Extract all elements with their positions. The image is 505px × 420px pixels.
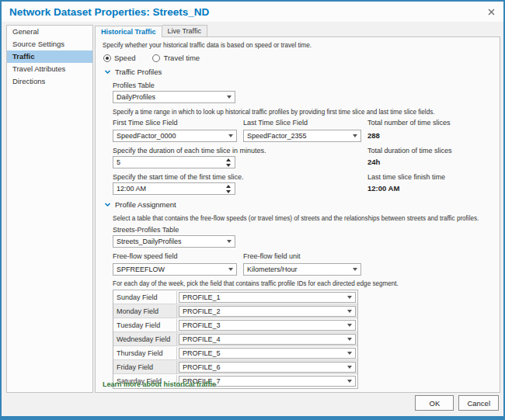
speed-radio-label: Speed [114,54,135,62]
last-time-slice-value: SpeedFactor_2355 [247,132,307,140]
dialog-footer: OK Cancel [2,393,503,416]
dropdown-arrow-icon [228,268,233,271]
streets-profiles-table-label: Streets-Profiles Table [113,226,495,234]
duration-label-row: Specify the duration of each time slice … [113,147,495,154]
spinner-down-icon[interactable] [226,190,231,193]
spinner-arrows [224,185,233,193]
freeflow-field-unit-dropdown[interactable]: Kilometers/Hour [243,263,361,276]
time-range-text-inner: Specify a time range in which to look up… [113,108,434,116]
streets-profiles-table-dropdown[interactable]: Streets_DailyProfiles [113,235,235,248]
close-button[interactable] [485,5,497,18]
sidebar-item-directions[interactable]: Directions [7,75,92,88]
first-time-slice-dropdown[interactable]: SpeedFactor_0000 [113,130,237,142]
tab-historical-traffic[interactable]: Historical Traffic [95,26,162,37]
chevron-down-icon [104,68,111,75]
first-time-slice-label: First Time Slice Field [113,119,237,127]
traffic-profiles-section-header[interactable]: Traffic Profiles [104,68,495,76]
dialog-title: Network Dataset Properties: Streets_ND [9,6,209,18]
thursday-field-label: Thursday Field [113,347,177,359]
freeflow-controls-row: SPFREEFLOW Kilometers/Hour [113,263,495,276]
profiles-table-value: DailyProfiles [117,93,155,101]
spinner-up-icon[interactable] [226,158,231,161]
monday-field-dropdown[interactable]: PROFILE_2 [179,306,356,317]
dialog-body: General Source Settings Traffic Travel A… [2,22,503,393]
slice-field-controls-row: SpeedFactor_0000 SpeedFactor_2355 288 [113,130,495,142]
table-row: Friday Field PROFILE_6 [113,360,357,374]
spinner-arrows [224,158,233,167]
start-time-text: Specify the start time of the first time… [113,173,361,181]
dropdown-arrow-icon [227,240,232,243]
travel-time-radio-label: Travel time [163,54,200,62]
radio-unselected-icon [152,54,160,62]
wednesday-field-label: Wednesday Field [113,333,177,345]
first-time-slice-value: SpeedFactor_0000 [117,132,176,140]
duration-spinner[interactable]: 5 [113,156,235,168]
freeflow-field-unit-value: Kilometers/Hour [247,266,298,273]
finish-time-value: 12:00 AM [367,182,495,195]
freeflow-speed-field-label: Free-flow speed field [113,252,237,260]
start-time-spinner[interactable]: 12:00 AM [113,182,235,195]
spinner-down-icon[interactable] [226,164,231,167]
week-text: For each day of the week, pick the field… [113,279,495,287]
dropdown-arrow-icon [353,134,357,137]
time-range-text: Specify a time range in which to look up… [113,108,495,116]
tab-live-traffic[interactable]: Live Traffic [162,25,207,36]
close-icon [488,9,495,16]
cancel-button[interactable]: Cancel [458,395,499,411]
select-table-text-inner: Select a table that contains the free-fl… [113,214,479,222]
learn-more-link[interactable]: Learn more about historical traffic [103,380,216,388]
last-time-slice-dropdown[interactable]: SpeedFactor_2355 [243,130,361,142]
dropdown-arrow-icon [347,366,352,369]
freeflow-speed-field-dropdown[interactable]: SPFREEFLOW [113,263,237,276]
tuesday-field-dropdown[interactable]: PROFILE_3 [179,320,356,331]
sidebar: General Source Settings Traffic Travel A… [6,25,93,393]
speed-or-time-radio-group: Speed Travel time [103,54,495,62]
table-row: Sunday Field PROFILE_1 [113,290,357,304]
friday-field-dropdown[interactable]: PROFILE_6 [179,362,356,373]
radio-selected-icon [103,54,111,62]
title-bar: Network Dataset Properties: Streets_ND [2,2,503,22]
start-time-label-row: Specify the start time of the first time… [113,173,495,181]
profiles-table-dropdown[interactable]: DailyProfiles [113,91,235,103]
duration-control-row: 5 24h [113,156,495,168]
spinner-up-icon[interactable] [226,185,231,188]
finish-time-label: Last time slice finish time [367,173,495,181]
dropdown-arrow-icon [228,134,233,137]
sidebar-item-general[interactable]: General [7,26,92,38]
content-area: Historical Traffic Live Traffic Specify … [95,25,500,393]
monday-field-value: PROFILE_2 [183,307,221,315]
slice-field-labels-row: First Time Slice Field Last Time Slice F… [113,119,495,128]
profile-assignment-section-header[interactable]: Profile Assignment [104,200,495,209]
freeflow-labels-row: Free-flow speed field Free-flow field un… [113,252,495,262]
ok-button[interactable]: OK [415,395,454,411]
tuesday-field-label: Tuesday Field [113,319,177,331]
table-row: Wednesday Field PROFILE_4 [113,332,357,346]
travel-time-radio[interactable]: Travel time [152,54,200,62]
chevron-down-icon [104,201,111,208]
duration-value: 5 [117,158,120,166]
duration-text: Specify the duration of each time slice … [113,147,361,154]
network-dataset-properties-dialog: Network Dataset Properties: Streets_ND G… [0,0,505,420]
sidebar-item-travel-attributes[interactable]: Travel Attributes [7,63,92,75]
freeflow-speed-field-value: SPFREEFLOW [117,266,165,273]
thursday-field-value: PROFILE_5 [183,349,221,357]
intro-text: Specify whether your historical traffic … [103,41,495,49]
wednesday-field-value: PROFILE_4 [183,335,221,343]
sunday-field-dropdown[interactable]: PROFILE_1 [179,292,356,303]
wednesday-field-dropdown[interactable]: PROFILE_4 [179,334,356,345]
total-slices-value: 288 [367,130,495,142]
table-row: Tuesday Field PROFILE_3 [113,318,357,332]
dropdown-arrow-icon [347,310,352,313]
dropdown-arrow-icon [347,324,352,327]
dropdown-arrow-icon [347,352,352,355]
thursday-field-dropdown[interactable]: PROFILE_5 [179,348,356,359]
friday-field-label: Friday Field [113,361,177,373]
intro-text-inner: Specify whether your historical traffic … [103,41,312,49]
table-row: Monday Field PROFILE_2 [113,304,357,318]
dropdown-arrow-icon [227,95,232,99]
sidebar-item-traffic[interactable]: Traffic [7,50,92,63]
sidebar-item-source-settings[interactable]: Source Settings [7,38,92,50]
profile-assignment-section: Select a table that contains the free-fl… [113,214,495,389]
start-time-control-row: 12:00 AM 12:00 AM [113,182,495,195]
speed-radio[interactable]: Speed [103,54,135,62]
